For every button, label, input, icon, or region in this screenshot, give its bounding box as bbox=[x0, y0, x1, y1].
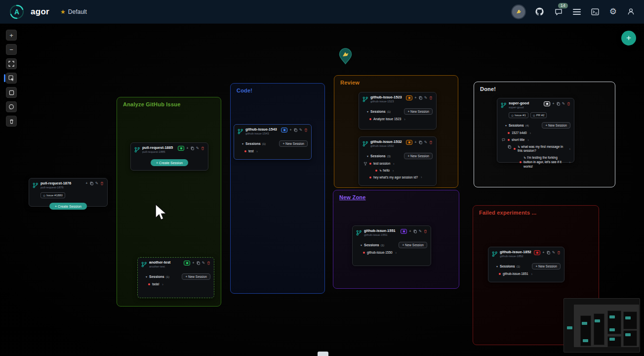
agent-status-badge[interactable] bbox=[534, 250, 540, 255]
sessions-label[interactable]: Sessions bbox=[509, 124, 524, 127]
new-session-button[interactable]: + New Session bbox=[399, 242, 427, 248]
edit-icon[interactable]: ✎ bbox=[562, 102, 565, 106]
delete-icon[interactable] bbox=[304, 128, 308, 132]
sessions-label[interactable]: Sessions bbox=[364, 243, 379, 247]
delete-icon[interactable] bbox=[201, 146, 204, 150]
zone-done[interactable]: Done!super-goodsuper-good+✎Issue #1PR #2… bbox=[474, 82, 615, 187]
agent-status-badge[interactable] bbox=[406, 95, 412, 100]
sessions-collapse-icon[interactable]: ▾ bbox=[496, 265, 498, 268]
worktree-card[interactable]: another-testanother-test+✎▾Sessions(1)+ … bbox=[137, 257, 214, 298]
add-session-icon[interactable]: + bbox=[289, 128, 291, 132]
edit-icon[interactable]: ✎ bbox=[299, 128, 302, 132]
add-session-icon[interactable]: + bbox=[542, 251, 544, 255]
duplicate-icon[interactable] bbox=[294, 128, 297, 132]
zone-analyze[interactable]: Analyze GitHub Issuepull-request-1885pul… bbox=[117, 97, 221, 307]
delete-icon[interactable] bbox=[100, 181, 104, 185]
session-item[interactable]: Analyze issue 1523 bbox=[369, 117, 433, 122]
create-session-button[interactable]: + Create Session bbox=[151, 159, 188, 166]
duplicate-icon[interactable] bbox=[557, 102, 560, 106]
new-session-button[interactable]: + New Session bbox=[404, 153, 433, 159]
new-session-button[interactable]: + New Session bbox=[279, 140, 308, 147]
delete-icon[interactable] bbox=[207, 261, 210, 265]
sessions-collapse-icon[interactable]: ▾ bbox=[505, 124, 507, 127]
presence-pin[interactable] bbox=[339, 48, 352, 66]
duplicate-icon[interactable] bbox=[419, 140, 422, 144]
board-selector[interactable]: ★ Default bbox=[60, 8, 87, 15]
comment-tool-button[interactable] bbox=[6, 101, 17, 112]
edit-icon[interactable]: ✎ bbox=[95, 181, 98, 185]
duplicate-icon[interactable] bbox=[419, 96, 422, 100]
sessions-collapse-icon[interactable]: ▾ bbox=[242, 142, 243, 145]
user-avatar[interactable] bbox=[512, 5, 525, 18]
session-item[interactable]: ↳ what was my first message in this sess… bbox=[514, 145, 570, 154]
agent-status-badge[interactable] bbox=[281, 128, 287, 133]
add-button[interactable]: + bbox=[621, 31, 636, 45]
duplicate-icon[interactable] bbox=[191, 146, 194, 150]
worktree-card[interactable]: github-issue-1523github-issue-1523+✎▾Ses… bbox=[359, 92, 437, 130]
worktree-card[interactable]: github-issue-1532github-issue-1532+✎▾Ses… bbox=[359, 136, 437, 186]
ref-badge[interactable]: Issue #1880 bbox=[40, 192, 65, 198]
edit-icon[interactable]: ✎ bbox=[196, 146, 199, 150]
duplicate-icon[interactable] bbox=[547, 251, 550, 255]
delete-icon[interactable] bbox=[429, 140, 433, 144]
sessions-label[interactable]: Sessions bbox=[245, 142, 261, 145]
edit-icon[interactable]: ✎ bbox=[202, 261, 205, 265]
session-item[interactable]: ↳ I'm testing the forking button in agor… bbox=[520, 156, 570, 169]
create-session-button[interactable]: + Create Session bbox=[49, 203, 87, 210]
new-session-button[interactable]: + New Session bbox=[404, 108, 433, 115]
rectangle-tool-button[interactable] bbox=[6, 87, 17, 98]
delete-tool-button[interactable] bbox=[6, 116, 17, 127]
zone-code[interactable]: Code!github-issue-1543github-issue-1543+… bbox=[230, 83, 325, 294]
terminal-icon[interactable] bbox=[591, 7, 600, 16]
duplicate-icon[interactable] bbox=[413, 229, 417, 233]
worktree-card[interactable]: github-issue-1543github-issue-1543+✎▾Ses… bbox=[234, 124, 312, 160]
session-item[interactable]: ↳ hello bbox=[375, 169, 433, 173]
new-session-button[interactable]: + New Session bbox=[532, 263, 561, 269]
board-canvas[interactable]: + − bbox=[0, 24, 644, 356]
add-session-icon[interactable]: + bbox=[192, 261, 194, 265]
sessions-collapse-icon[interactable]: ▾ bbox=[146, 275, 147, 278]
sessions-label[interactable]: Sessions bbox=[149, 275, 164, 278]
menu-icon[interactable] bbox=[573, 9, 581, 15]
session-item[interactable]: github-issue-1851 bbox=[499, 272, 561, 276]
add-session-icon[interactable]: + bbox=[414, 96, 416, 100]
worktree-card[interactable]: github-issue-1852github-issue-1852+✎▾Ses… bbox=[488, 247, 564, 282]
add-session-icon[interactable]: + bbox=[414, 140, 416, 144]
session-item[interactable]: hey what's my agor session id? bbox=[369, 176, 433, 180]
zoom-in-button[interactable]: + bbox=[6, 30, 17, 41]
session-item[interactable]: test bbox=[244, 149, 308, 154]
agent-status-badge[interactable] bbox=[406, 140, 412, 145]
duplicate-icon[interactable] bbox=[197, 261, 200, 265]
zone-review[interactable]: Reviewgithub-issue-1523github-issue-1523… bbox=[334, 75, 458, 188]
sessions-collapse-icon[interactable]: ▾ bbox=[361, 243, 362, 247]
minimap[interactable] bbox=[564, 298, 640, 353]
session-item[interactable]: short title bbox=[508, 138, 570, 142]
session-item[interactable]: test session bbox=[369, 162, 433, 166]
agent-status-badge[interactable] bbox=[401, 229, 407, 234]
sessions-label[interactable]: Sessions bbox=[370, 110, 386, 113]
fit-view-button[interactable] bbox=[6, 58, 17, 69]
select-tool-button[interactable] bbox=[6, 73, 17, 84]
session-item[interactable]: tada! bbox=[148, 282, 210, 287]
sessions-label[interactable]: Sessions bbox=[500, 265, 515, 268]
worktree-card[interactable]: super-goodsuper-good+✎Issue #1PR #2▾Sess… bbox=[497, 98, 574, 163]
edit-icon[interactable]: ✎ bbox=[424, 96, 427, 100]
worktree-card[interactable]: pull-request-1885pull-request-1885+✎+ Cr… bbox=[130, 142, 208, 171]
add-session-icon[interactable]: + bbox=[85, 181, 87, 185]
edit-icon[interactable]: ✎ bbox=[419, 229, 422, 233]
worktree-card[interactable]: github-issue-1551github-issue-1551+✎▾Ses… bbox=[352, 225, 431, 266]
session-item[interactable]: 1527 b4d0 bbox=[508, 131, 570, 135]
zoom-out-button[interactable]: − bbox=[6, 44, 17, 55]
worktree-card[interactable]: pull-request-1876pull-request-1876+✎Issu… bbox=[29, 178, 108, 207]
sessions-collapse-icon[interactable]: ▾ bbox=[367, 154, 368, 158]
delete-icon[interactable] bbox=[557, 251, 561, 255]
delete-icon[interactable] bbox=[567, 102, 570, 106]
add-session-icon[interactable]: + bbox=[552, 102, 554, 106]
edit-icon[interactable]: ✎ bbox=[424, 140, 427, 144]
user-profile-icon[interactable] bbox=[627, 7, 635, 16]
agent-status-badge[interactable] bbox=[544, 101, 550, 106]
delete-icon[interactable] bbox=[429, 96, 433, 100]
new-session-button[interactable]: + New Session bbox=[542, 122, 570, 129]
edit-icon[interactable]: ✎ bbox=[552, 251, 555, 255]
bottom-toolbar-fragment[interactable] bbox=[318, 352, 328, 356]
